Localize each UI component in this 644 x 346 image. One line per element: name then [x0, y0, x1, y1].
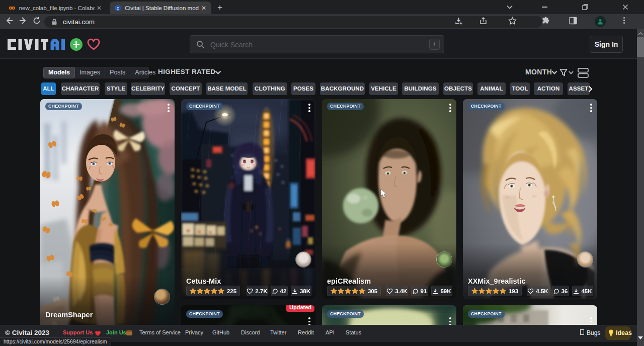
- svg-text:C: C: [117, 6, 119, 10]
